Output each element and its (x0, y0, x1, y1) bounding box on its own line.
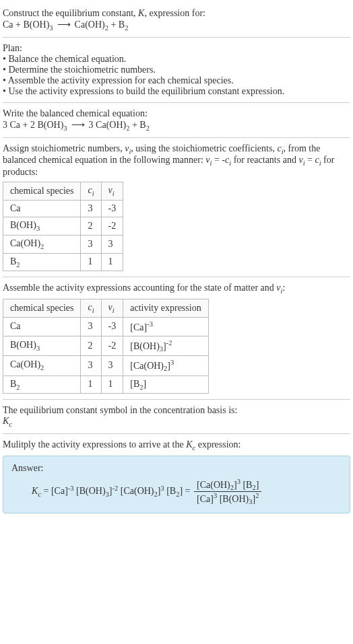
cell-vi: -2 (101, 217, 123, 235)
activities-section: Assemble the activity expressions accoun… (3, 277, 350, 400)
table-row: Ca(OH)233 (3, 235, 123, 253)
col-activity: activity expression (123, 299, 208, 318)
balanced-section: Write the balanced chemical equation: 3 … (3, 103, 350, 138)
answer-label: Answer: (11, 463, 342, 474)
cell-ci: 1 (81, 375, 101, 394)
cell-species: B2 (3, 253, 81, 271)
cell-species: B(OH)3 (3, 217, 81, 235)
symbol-value: Kc (3, 416, 350, 428)
stoich-intro: Assign stoichiometric numbers, νi, using… (3, 143, 350, 178)
symbol-section: The equilibrium constant symbol in the c… (3, 400, 350, 434)
activities-intro: Assemble the activity expressions accoun… (3, 283, 350, 295)
answer-expression: Kc = [Ca]-3 [B(OH)3]-2 [Ca(OH)2]3 [B2] =… (11, 478, 342, 506)
cell-activity: [B(OH)3]-2 (123, 336, 208, 355)
plan-section: Plan: • Balance the chemical equation. •… (3, 38, 350, 103)
table-header-row: chemical species ci νi activity expressi… (3, 299, 209, 318)
stoich-table: chemical species ci νi Ca3-3 B(OH)32-2 C… (3, 182, 123, 271)
cell-species: Ca(OH)2 (3, 356, 81, 375)
cell-ci: 2 (81, 336, 101, 355)
cell-ci: 3 (81, 317, 101, 336)
cell-ci: 1 (81, 253, 101, 271)
cell-vi: -2 (101, 336, 123, 355)
cell-vi: 1 (101, 253, 123, 271)
table-row: B211[B2] (3, 375, 209, 394)
activities-table: chemical species ci νi activity expressi… (3, 299, 209, 394)
cell-ci: 2 (81, 217, 101, 235)
cell-species: Ca (3, 200, 81, 217)
cell-activity: [Ca(OH)2]3 (123, 356, 208, 375)
unbalanced-equation: Ca + B(OH)3⟶Ca(OH)2 + B2 (3, 19, 350, 32)
plan-step-text: Determine the stoichiometric numbers. (8, 65, 156, 75)
plan-step-text: Assemble the activity expression for eac… (8, 75, 234, 85)
answer-box: Answer: Kc = [Ca]-3 [B(OH)3]-2 [Ca(OH)2]… (3, 456, 350, 513)
cell-vi: -3 (101, 200, 123, 217)
table-row: Ca(OH)233[Ca(OH)2]3 (3, 356, 209, 375)
stoich-section: Assign stoichiometric numbers, νi, using… (3, 138, 350, 278)
symbol-line: The equilibrium constant symbol in the c… (3, 405, 350, 416)
table-row: B211 (3, 253, 123, 271)
col-ci: ci (81, 299, 101, 318)
cell-vi: 1 (101, 375, 123, 394)
cell-ci: 3 (81, 356, 101, 375)
cell-species: B(OH)3 (3, 336, 81, 355)
multiply-line: Mulitply the activity expressions to arr… (3, 439, 350, 452)
col-vi: νi (101, 182, 123, 201)
table-row: B(OH)32-2[B(OH)3]-2 (3, 336, 209, 355)
balanced-title: Write the balanced chemical equation: (3, 108, 350, 119)
plan-step: • Determine the stoichiometric numbers. (3, 65, 350, 75)
table-row: Ca3-3 (3, 200, 123, 217)
fraction: [Ca(OH)2]3 [B2] [Ca]3 [B(OH)3]2 (194, 478, 261, 506)
plan-title: Plan: (3, 43, 350, 54)
plan-step-text: Use the activity expressions to build th… (8, 86, 284, 96)
fraction-numerator: [Ca(OH)2]3 [B2] (194, 478, 261, 492)
multiply-section: Mulitply the activity expressions to arr… (3, 434, 350, 519)
col-ci: ci (81, 182, 101, 201)
col-species: chemical species (3, 182, 81, 201)
col-species: chemical species (3, 299, 81, 318)
plan-step-text: Balance the chemical equation. (8, 54, 126, 64)
cell-ci: 3 (81, 235, 101, 253)
table-row: Ca3-3[Ca]-3 (3, 317, 209, 336)
table-row: B(OH)32-2 (3, 217, 123, 235)
col-vi: νi (101, 299, 123, 318)
header-section: Construct the equilibrium constant, K, e… (3, 3, 350, 38)
plan-step: • Use the activity expressions to build … (3, 86, 350, 97)
cell-vi: -3 (101, 317, 123, 336)
cell-vi: 3 (101, 235, 123, 253)
cell-species: Ca (3, 317, 81, 336)
cell-ci: 3 (81, 200, 101, 217)
balanced-equation: 3 Ca + 2 B(OH)3⟶3 Ca(OH)2 + B2 (3, 119, 350, 132)
fraction-denominator: [Ca]3 [B(OH)3]2 (194, 492, 261, 505)
cell-vi: 3 (101, 356, 123, 375)
plan-step: • Balance the chemical equation. (3, 54, 350, 65)
prompt-line: Construct the equilibrium constant, K, e… (3, 8, 350, 19)
plan-step: • Assemble the activity expression for e… (3, 75, 350, 86)
cell-species: Ca(OH)2 (3, 235, 81, 253)
table-header-row: chemical species ci νi (3, 182, 123, 201)
cell-species: B2 (3, 375, 81, 394)
cell-activity: [Ca]-3 (123, 317, 208, 336)
cell-activity: [B2] (123, 375, 208, 394)
